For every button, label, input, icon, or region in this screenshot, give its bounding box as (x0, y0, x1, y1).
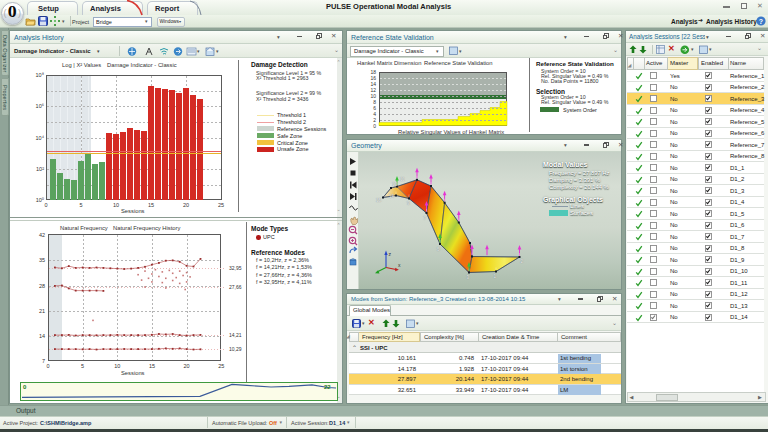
svg-text:x: x (398, 262, 401, 268)
svg-text:?: ? (759, 18, 763, 25)
svg-text:z: z (389, 251, 392, 257)
